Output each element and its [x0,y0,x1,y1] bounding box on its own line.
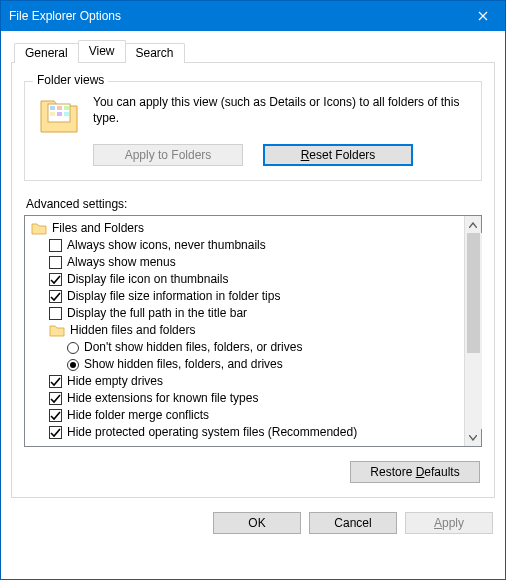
tree-item-label: Always show menus [67,254,176,271]
scroll-down-button[interactable] [465,429,482,446]
ok-button[interactable]: OK [213,512,301,534]
tree-group-label: Hidden files and folders [70,322,195,339]
tree-checkbox-item[interactable]: Hide protected operating system files (R… [27,424,462,441]
svg-rect-6 [64,112,69,116]
checkbox-icon [49,375,62,388]
tree-root-label: Files and Folders [52,220,144,237]
advanced-settings-tree: Files and FoldersAlways show icons, neve… [24,215,482,447]
tree-checkbox-item[interactable]: Always show menus [27,254,462,271]
tab-strip: General View Search [11,39,495,62]
chevron-down-icon [469,435,477,441]
advanced-settings-list[interactable]: Files and FoldersAlways show icons, neve… [25,216,464,446]
tab-panel-view: Folder views [11,62,495,498]
reset-folders-label-rest: eset Folders [309,148,375,162]
tree-checkbox-item[interactable]: Display the full path in the title bar [27,305,462,322]
apply-to-folders-button: Apply to Folders [93,144,243,166]
tree-root: Files and Folders [27,220,462,237]
folder-views-description: You can apply this view (such as Details… [93,94,471,126]
reset-folders-button[interactable]: Reset Folders [263,144,413,166]
svg-rect-4 [50,112,55,116]
checkbox-icon [49,239,62,252]
chevron-up-icon [469,222,477,228]
tree-radio-item[interactable]: Don't show hidden files, folders, or dri… [27,339,462,356]
restore-defaults-button[interactable]: Restore Defaults [350,461,480,483]
tab-view[interactable]: View [78,40,126,62]
scrollbar[interactable] [464,216,481,446]
checkbox-icon [49,392,62,405]
advanced-settings-label: Advanced settings: [26,197,482,211]
folder-views-legend: Folder views [33,73,108,87]
folder-views-icon [35,94,83,136]
tab-search[interactable]: Search [125,43,185,63]
checkbox-icon [49,426,62,439]
checkbox-icon [49,409,62,422]
tree-checkbox-item[interactable]: Hide folder merge conflicts [27,407,462,424]
tree-checkbox-item[interactable]: Display file icon on thumbnails [27,271,462,288]
apply-label-rest: pply [442,516,464,530]
tree-item-label: Hide empty drives [67,373,163,390]
dialog-window: File Explorer Options General View Searc… [0,0,506,580]
tree-item-label: Show hidden files, folders, and drives [84,356,283,373]
dialog-button-row: OK Cancel Apply [11,512,495,534]
tree-checkbox-item[interactable]: Hide empty drives [27,373,462,390]
tree-group: Hidden files and folders [27,322,462,339]
checkbox-icon [49,290,62,303]
restore-defaults-label-post: efaults [424,465,459,479]
close-button[interactable] [460,1,505,31]
tree-item-label: Don't show hidden files, folders, or dri… [84,339,302,356]
scroll-track[interactable] [465,233,482,429]
tree-item-label: Display file icon on thumbnails [67,271,228,288]
cancel-button[interactable]: Cancel [309,512,397,534]
tree-item-label: Hide extensions for known file types [67,390,258,407]
close-icon [478,11,488,21]
tree-item-label: Always show icons, never thumbnails [67,237,266,254]
titlebar: File Explorer Options [1,1,505,31]
dialog-content: General View Search Folder views [1,31,505,579]
tab-general[interactable]: General [14,43,79,63]
tree-checkbox-item[interactable]: Always show icons, never thumbnails [27,237,462,254]
svg-rect-5 [57,112,62,116]
window-title: File Explorer Options [9,9,460,23]
checkbox-icon [49,273,62,286]
svg-rect-3 [64,106,69,110]
svg-rect-2 [57,106,62,110]
tree-checkbox-item[interactable]: Hide extensions for known file types [27,390,462,407]
folder-views-group: Folder views [24,81,482,181]
radio-icon [67,359,79,371]
tree-checkbox-item[interactable]: Display file size information in folder … [27,288,462,305]
tree-item-label: Display the full path in the title bar [67,305,247,322]
tree-item-label: Display file size information in folder … [67,288,280,305]
tree-item-label: Hide protected operating system files (R… [67,424,357,441]
restore-defaults-label-pre: Restore [370,465,415,479]
checkbox-icon [49,307,62,320]
tree-item-label: Hide folder merge conflicts [67,407,209,424]
tree-radio-item[interactable]: Show hidden files, folders, and drives [27,356,462,373]
svg-rect-1 [50,106,55,110]
scroll-up-button[interactable] [465,216,482,233]
scroll-thumb[interactable] [467,233,480,353]
radio-icon [67,342,79,354]
checkbox-icon [49,256,62,269]
apply-button: Apply [405,512,493,534]
